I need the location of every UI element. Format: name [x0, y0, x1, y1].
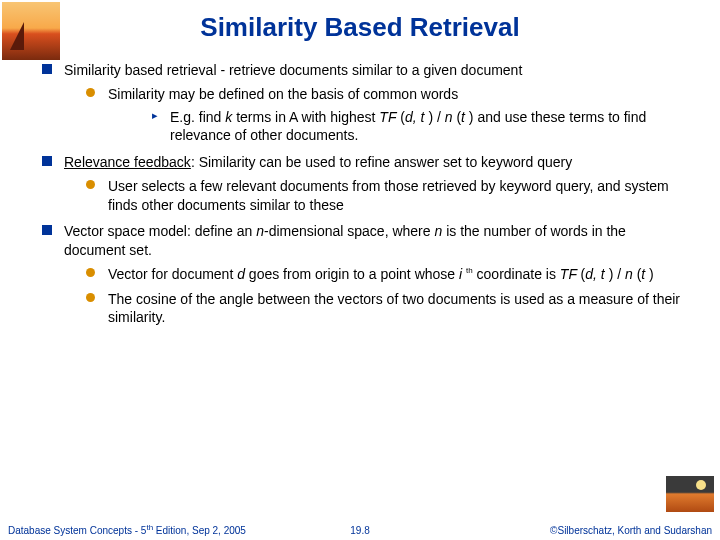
bullet-2-sub-1-text: User selects a few relevant documents fr…: [108, 178, 669, 212]
bullet-1-sub-1-sub-1: E.g. find k terms in A with highest TF (…: [152, 108, 686, 145]
bullet-2: Relevance feedback: Similarity can be us…: [42, 153, 686, 214]
bullet-3-sub-1: Vector for document d goes from origin t…: [86, 265, 686, 283]
logo-sunset: [666, 476, 714, 512]
bullet-3-sub-2: The cosine of the angle between the vect…: [86, 290, 686, 327]
bullet-1: Similarity based retrieval - retrieve do…: [42, 61, 686, 145]
bullet-3-sub-2-text: The cosine of the angle between the vect…: [108, 291, 680, 325]
slide-body: Similarity based retrieval - retrieve do…: [42, 61, 686, 327]
logo-sailboat: [2, 2, 60, 60]
footer-copyright: ©Silberschatz, Korth and Sudarshan: [550, 525, 712, 536]
bullet-2-sub-1: User selects a few relevant documents fr…: [86, 177, 686, 214]
bullet-2-term: Relevance feedback: [64, 154, 191, 170]
bullet-1-sub-1: Similarity may be defined on the basis o…: [86, 85, 686, 144]
slide-title: Similarity Based Retrieval: [60, 12, 660, 43]
bullet-1-sub-1-text: Similarity may be defined on the basis o…: [108, 86, 458, 102]
bullet-1-text: Similarity based retrieval - retrieve do…: [64, 62, 522, 78]
bullet-2-text: : Similarity can be used to refine answe…: [191, 154, 572, 170]
bullet-3: Vector space model: define an n-dimensio…: [42, 222, 686, 326]
